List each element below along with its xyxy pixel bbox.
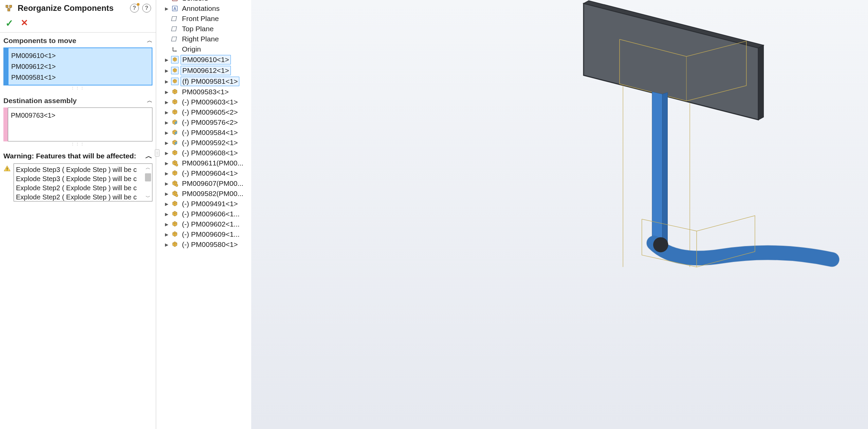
scroll-down-icon[interactable]: ﹀ bbox=[145, 194, 151, 200]
tree-item[interactable]: ▶(-) PM009580<1> bbox=[164, 239, 248, 250]
list-item[interactable]: Explode Step3 ( Explode Step ) will be c bbox=[16, 174, 150, 183]
expander-icon[interactable]: ▶ bbox=[164, 232, 169, 237]
tree-item[interactable]: ▶(-) PM009584<1> bbox=[164, 128, 248, 138]
warning-listbox[interactable]: ︿ ﹀ Explode Step3 ( Explode Step ) will … bbox=[14, 163, 152, 201]
subassembly-icon bbox=[171, 200, 179, 208]
resize-grip[interactable]: ⋮⋮⋮ bbox=[3, 85, 152, 91]
expander-icon[interactable]: ▶ bbox=[164, 6, 169, 11]
tree-item[interactable]: ▶PM009612<1> bbox=[164, 65, 248, 76]
panel-title: Reorganize Components bbox=[18, 3, 126, 13]
list-item[interactable]: Explode Step3 ( Explode Step ) will be c bbox=[16, 165, 150, 174]
subassembly-icon bbox=[171, 149, 179, 157]
svg-rect-3 bbox=[7, 168, 7, 170]
list-item[interactable]: Explode Step2 ( Explode Step ) will be c bbox=[16, 193, 150, 201]
tree-item[interactable]: ▶(-) PM009603<1> bbox=[164, 97, 248, 107]
expander-icon[interactable]: ▶ bbox=[164, 212, 169, 217]
tree-item[interactable]: ▶(-) PM009605<2> bbox=[164, 107, 248, 117]
tree-item[interactable]: ▶PM009611(PM00... bbox=[164, 158, 248, 168]
tree-item[interactable]: ▶(-) PM009604<1> bbox=[164, 168, 248, 178]
tree-item[interactable]: ▶Origin bbox=[164, 44, 248, 54]
resize-grip[interactable]: ⋮⋮⋮ bbox=[3, 141, 152, 147]
list-item[interactable]: PM009612<1> bbox=[11, 61, 149, 72]
list-item[interactable]: PM009581<1> bbox=[11, 72, 149, 83]
chevron-up-icon: ︿ bbox=[145, 151, 152, 161]
tree-item-label: Right Plane bbox=[181, 35, 220, 43]
graphics-viewport[interactable] bbox=[251, 0, 868, 429]
expander-icon[interactable]: ▶ bbox=[164, 120, 169, 125]
expander-icon[interactable]: ▶ bbox=[164, 68, 169, 73]
part-icon bbox=[171, 139, 179, 147]
subassembly-icon bbox=[171, 210, 179, 218]
expander-icon[interactable]: ▶ bbox=[164, 222, 169, 227]
tree-item-label: Front Plane bbox=[181, 14, 220, 23]
tree-item[interactable]: ▶PM009582(PM00... bbox=[164, 189, 248, 199]
tree-item[interactable]: ▶PM009607(PM00... bbox=[164, 178, 248, 189]
tree-item[interactable]: ▶(-) PM009491<1> bbox=[164, 199, 248, 209]
ok-button[interactable]: ✓ bbox=[5, 18, 13, 29]
expander-icon[interactable]: ▶ bbox=[164, 151, 169, 156]
expander-icon[interactable]: ▶ bbox=[164, 100, 169, 105]
tree-item[interactable]: ▶(-) PM009576<2> bbox=[164, 117, 248, 128]
expander-icon[interactable]: ▶ bbox=[164, 191, 169, 196]
components-listbox[interactable]: PM009610<1>PM009612<1>PM009581<1> bbox=[8, 47, 152, 85]
expander-icon[interactable]: ▶ bbox=[164, 90, 169, 95]
destination-section-header[interactable]: Destination assembly ︿ bbox=[3, 95, 152, 108]
tree-item[interactable]: ▶Right Plane bbox=[164, 34, 248, 44]
tree-item-label: (f) PM009581<1> bbox=[181, 77, 239, 86]
tree-item[interactable]: ▶(-) PM009592<1> bbox=[164, 138, 248, 148]
tree-item[interactable]: ▶(f) PM009581<1> bbox=[164, 76, 248, 87]
tree-item[interactable]: ▶Top Plane bbox=[164, 24, 248, 34]
list-item[interactable]: Explode Step2 ( Explode Step ) will be c bbox=[16, 183, 150, 193]
tree-item[interactable]: ▶PM009583<1> bbox=[164, 87, 248, 97]
tree-item[interactable]: ▶(-) PM009602<1... bbox=[164, 219, 248, 229]
tree-item-label: Annotations bbox=[181, 4, 221, 13]
components-listbox-wrapper: PM009610<1>PM009612<1>PM009581<1> bbox=[3, 47, 152, 85]
destination-label: Destination assembly bbox=[3, 97, 77, 105]
subassembly-icon bbox=[171, 98, 179, 106]
tree-item[interactable]: ▶(-) PM009606<1... bbox=[164, 209, 248, 219]
scroll-up-icon[interactable]: ︿ bbox=[145, 164, 151, 171]
part-icon bbox=[171, 129, 179, 136]
plane-icon bbox=[171, 15, 179, 22]
tree-item[interactable]: ▶Sensors bbox=[164, 0, 248, 3]
svg-rect-1 bbox=[10, 5, 12, 7]
tree-item[interactable]: ▶AAnnotations bbox=[164, 3, 248, 14]
svg-point-12 bbox=[176, 164, 178, 166]
splitter-handle[interactable]: ⋮ bbox=[155, 149, 160, 157]
tree-item[interactable]: ▶(-) PM009609<1... bbox=[164, 229, 248, 239]
subassembly-icon bbox=[171, 170, 179, 177]
expander-icon[interactable]: ▶ bbox=[164, 140, 169, 145]
expander-icon[interactable]: ▶ bbox=[164, 242, 169, 247]
tree-item[interactable]: ▶Front Plane bbox=[164, 14, 248, 24]
tree-item-label: PM009611(PM00... bbox=[181, 159, 245, 168]
components-section-header[interactable]: Components to move ︿ bbox=[3, 35, 152, 47]
expander-icon[interactable]: ▶ bbox=[164, 110, 169, 115]
tree-item-label: (-) PM009580<1> bbox=[181, 240, 239, 249]
tree-item[interactable]: ▶(-) PM009608<1> bbox=[164, 148, 248, 158]
list-item[interactable]: PM009763<1> bbox=[11, 110, 149, 121]
tree-item-label: (-) PM009602<1... bbox=[181, 220, 241, 229]
tree-item[interactable]: ▶PM009610<1> bbox=[164, 54, 248, 65]
feature-tree[interactable]: ▶Sensors▶AAnnotations▶Front Plane▶Top Pl… bbox=[164, 0, 248, 250]
expander-icon[interactable]: ▶ bbox=[164, 57, 169, 62]
help-button[interactable]: ? bbox=[142, 4, 151, 13]
svg-rect-5 bbox=[172, 0, 178, 1]
expander-icon[interactable]: ▶ bbox=[164, 171, 169, 176]
subassembly-s-icon bbox=[171, 180, 179, 187]
help-tips-button[interactable]: ? bbox=[130, 4, 139, 13]
list-item[interactable]: PM009610<1> bbox=[11, 50, 149, 61]
expander-icon[interactable]: ▶ bbox=[164, 201, 169, 207]
scrollbar-thumb[interactable] bbox=[145, 173, 151, 181]
svg-rect-9 bbox=[171, 17, 177, 21]
destination-listbox[interactable]: PM009763<1> bbox=[8, 108, 152, 141]
expander-icon[interactable]: ▶ bbox=[164, 161, 169, 166]
annotations-icon: A bbox=[171, 5, 179, 12]
cancel-button[interactable]: ✕ bbox=[21, 18, 28, 29]
expander-icon[interactable]: ▶ bbox=[164, 130, 169, 135]
ok-cancel-row: ✓ ✕ bbox=[0, 15, 156, 32]
svg-rect-4 bbox=[7, 170, 7, 171]
tree-item-label: (-) PM009604<1> bbox=[181, 169, 239, 178]
expander-icon[interactable]: ▶ bbox=[164, 79, 169, 84]
expander-icon[interactable]: ▶ bbox=[164, 181, 169, 186]
warning-section-header[interactable]: Warning: Features that will be affected:… bbox=[3, 151, 152, 163]
